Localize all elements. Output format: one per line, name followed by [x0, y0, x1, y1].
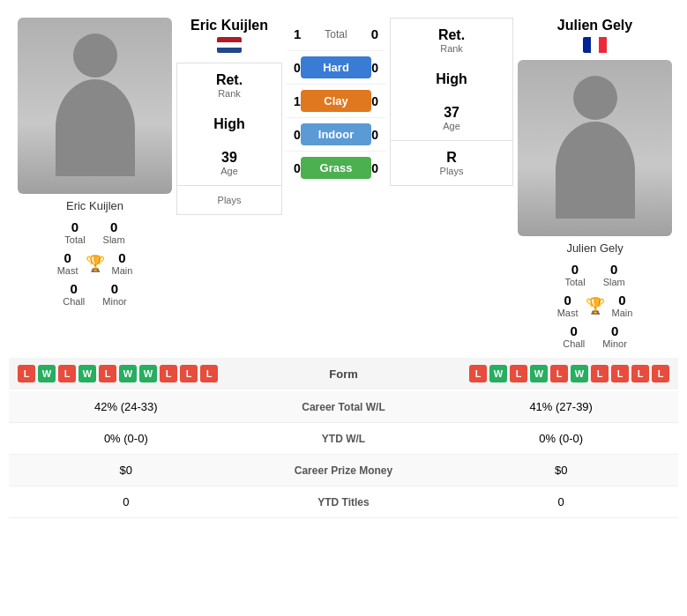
- form-badge: L: [550, 365, 568, 382]
- form-badge: W: [571, 365, 588, 382]
- left-stat-total: 0 Total: [64, 219, 85, 245]
- right-stat-slam: 0 Slam: [603, 262, 625, 287]
- left-chall-lbl: Chall: [63, 296, 85, 307]
- right-trophy-icon: 🏆: [586, 296, 605, 315]
- form-badge: L: [200, 365, 218, 382]
- left-age-box: 39 Age: [176, 141, 282, 185]
- left-age-val: 39: [184, 150, 274, 166]
- form-badge: W: [489, 365, 507, 382]
- left-stat-mast: 0 Mast: [57, 250, 78, 276]
- left-main-lbl: Main: [112, 265, 133, 276]
- form-badge: L: [652, 365, 669, 382]
- left-slam-val: 0: [103, 219, 125, 234]
- left-mast-lbl: Mast: [57, 265, 78, 276]
- right-flag: [583, 37, 608, 53]
- right-total-score: 0: [371, 26, 378, 41]
- right-age-box: 37 Age: [390, 96, 513, 140]
- form-badge: L: [160, 365, 177, 382]
- left-stat-main: 0 Main: [112, 250, 133, 276]
- left-slam-lbl: Slam: [103, 234, 125, 245]
- top-section: Eric Kuijlen 0 Total 0 Slam 0 Mast 🏆: [9, 9, 678, 358]
- main-container: Eric Kuijlen 0 Total 0 Slam 0 Mast 🏆: [0, 0, 687, 527]
- clay-badge: Clay: [301, 90, 371, 112]
- right-form-badges: LWLWLWLLLL: [469, 365, 669, 382]
- left-minor-lbl: Minor: [102, 296, 127, 307]
- bottom-stats-table: 42% (24-33) Career Total W/L 41% (27-39)…: [9, 391, 678, 518]
- left-form-badges: LWLWLWWLLL: [18, 365, 218, 382]
- flag-fr-blue: [583, 37, 591, 53]
- form-badge: L: [180, 365, 198, 382]
- form-label: Form: [329, 367, 358, 381]
- form-badge: L: [510, 365, 527, 382]
- stat-left-val: 0: [9, 486, 243, 518]
- left-plays-lbl: Plays: [184, 195, 274, 205]
- stat-center-label: Career Total W/L: [243, 391, 444, 423]
- right-middle-area: Ret. Rank High 37 Age R Plays: [390, 18, 513, 349]
- right-plays-val: R: [398, 150, 505, 166]
- form-badge: W: [530, 365, 548, 382]
- right-slam-val: 0: [603, 262, 625, 277]
- grass-badge: Grass: [301, 157, 371, 179]
- surfaces-area: 1 Total 0 0 Hard 0 1 Clay 0 0 Indoor 0: [287, 18, 385, 349]
- left-player-photo-name: Eric Kuijlen: [66, 199, 123, 212]
- left-chall-val: 0: [63, 281, 85, 296]
- hard-row: 0 Hard 0: [287, 51, 385, 85]
- left-total-score: 1: [294, 26, 301, 41]
- left-main-val: 0: [112, 250, 133, 265]
- left-stat-minor: 0 Minor: [102, 281, 127, 307]
- right-hard-score: 0: [371, 61, 378, 75]
- form-badge: W: [139, 365, 157, 382]
- left-flag: [217, 37, 242, 56]
- flag-fr-red: [599, 37, 607, 53]
- right-total-lbl: Total: [564, 277, 585, 287]
- right-stat-total: 0 Total: [564, 262, 585, 287]
- right-high-val: High: [398, 71, 505, 87]
- right-mast-val: 0: [557, 293, 579, 308]
- right-grass-score: 0: [371, 161, 378, 175]
- form-badge: W: [38, 365, 56, 382]
- indoor-row: 0 Indoor 0: [287, 118, 385, 152]
- form-badge: L: [469, 365, 487, 382]
- form-badge: L: [58, 365, 76, 382]
- right-player-photo: [518, 60, 672, 236]
- left-trophy-icon: 🏆: [86, 254, 105, 273]
- right-stats-row3: 0 Chall 0 Minor: [563, 323, 627, 349]
- right-main-val: 0: [612, 293, 633, 308]
- left-rank-lbl: Rank: [184, 88, 274, 99]
- left-total-lbl: Total: [64, 234, 85, 245]
- left-player-name: Eric Kuijlen: [190, 18, 268, 33]
- left-player-photo-col: Eric Kuijlen 0 Total 0 Slam 0 Mast 🏆: [18, 18, 172, 349]
- left-clay-score: 1: [294, 94, 301, 108]
- right-age-lbl: Age: [398, 121, 505, 131]
- left-name-area: Eric Kuijlen Ret. Rank High 39 Age: [176, 18, 282, 349]
- right-rank-val: Ret.: [398, 27, 505, 43]
- stat-center-label: YTD W/L: [243, 423, 444, 455]
- right-high-box: High: [390, 63, 513, 96]
- form-badge: L: [631, 365, 649, 382]
- stat-right-val: 41% (27-39): [444, 391, 678, 423]
- right-rank-box: Ret. Rank: [390, 18, 513, 63]
- right-stats-row1: 0 Total 0 Slam: [564, 262, 624, 287]
- silhouette-head-right: [573, 76, 617, 120]
- form-badge: L: [18, 365, 35, 382]
- right-player-name: Julien Gely: [557, 18, 632, 33]
- left-high-val: High: [184, 116, 274, 132]
- stat-left-val: 42% (24-33): [9, 391, 243, 423]
- left-mast-val: 0: [57, 250, 78, 265]
- flag-nl-blue: [217, 48, 242, 53]
- right-plays-box: R Plays: [390, 140, 513, 186]
- silhouette-head-left: [73, 33, 117, 78]
- stat-right-val: 0% (0-0): [444, 423, 678, 455]
- left-player-photo: [18, 18, 172, 194]
- right-plays-lbl: Plays: [398, 166, 505, 176]
- stat-right-val: 0: [444, 486, 678, 518]
- right-mast-lbl: Mast: [557, 308, 579, 318]
- form-badge: L: [611, 365, 629, 382]
- stat-left-val: 0% (0-0): [9, 423, 243, 455]
- right-silhouette: [518, 60, 672, 236]
- right-player-photo-col: Julien Gely Julien Gely 0: [518, 18, 672, 349]
- left-grass-score: 0: [294, 161, 301, 175]
- right-stat-chall: 0 Chall: [563, 323, 585, 349]
- right-rank-lbl: Rank: [398, 43, 505, 54]
- clay-row: 1 Clay 0: [287, 85, 385, 118]
